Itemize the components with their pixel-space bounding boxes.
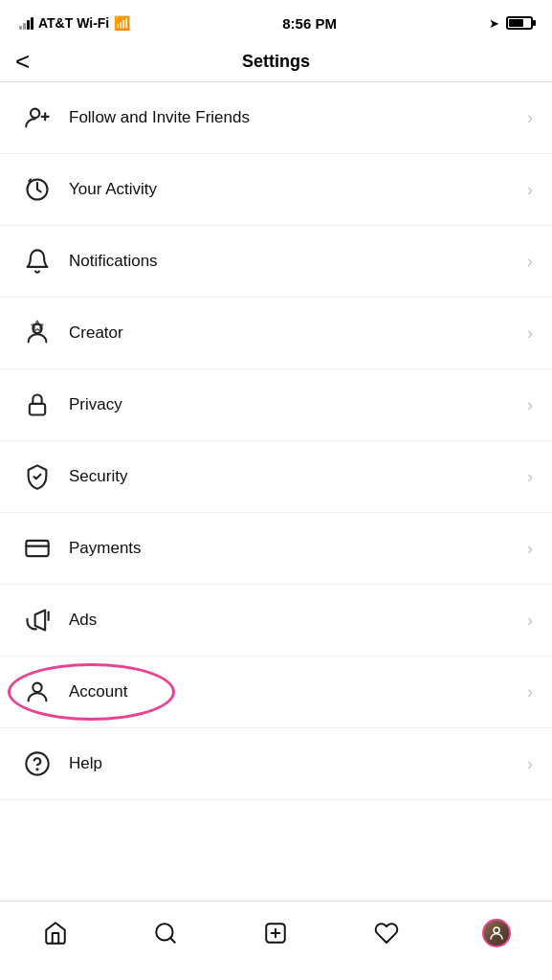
menu-label-follow: Follow and Invite Friends	[69, 108, 527, 127]
menu-label-ads: Ads	[69, 611, 527, 630]
chevron-icon: ›	[527, 539, 533, 559]
avatar-icon	[488, 924, 505, 942]
svg-point-19	[494, 927, 499, 933]
bell-icon	[19, 243, 55, 279]
person-add-icon	[19, 100, 55, 136]
svg-marker-5	[32, 321, 43, 331]
nav-new-post[interactable]	[252, 912, 299, 954]
menu-item-help[interactable]: Help ›	[0, 728, 552, 800]
menu-label-notifications: Notifications	[69, 252, 527, 271]
lock-icon	[19, 387, 55, 423]
menu-item-follow[interactable]: Follow and Invite Friends ›	[0, 82, 552, 154]
chevron-icon: ›	[527, 395, 533, 415]
svg-marker-9	[35, 611, 45, 631]
bottom-nav	[0, 901, 552, 980]
svg-point-13	[36, 768, 37, 769]
svg-point-11	[33, 683, 41, 692]
help-icon	[19, 746, 55, 782]
menu-item-account[interactable]: Account ›	[0, 657, 552, 728]
location-icon: ➤	[489, 16, 499, 31]
search-icon	[153, 921, 178, 946]
chevron-icon: ›	[527, 108, 533, 128]
menu-label-creator: Creator	[69, 323, 527, 343]
menu-item-privacy[interactable]: Privacy ›	[0, 369, 552, 441]
menu-item-notifications[interactable]: Notifications ›	[0, 226, 552, 298]
battery-icon	[506, 16, 533, 30]
signal-icon	[19, 16, 33, 30]
menu-item-activity[interactable]: Your Activity ›	[0, 154, 552, 226]
menu-label-privacy: Privacy	[69, 395, 527, 414]
shield-icon	[19, 458, 55, 495]
menu-label-security: Security	[69, 467, 527, 486]
nav-likes[interactable]	[363, 912, 410, 954]
back-button[interactable]: <	[15, 47, 30, 77]
menu-label-payments: Payments	[69, 539, 527, 558]
menu-item-security[interactable]: Security ›	[0, 441, 552, 513]
status-bar: AT&T Wi-Fi 📶 8:56 PM ➤	[0, 0, 552, 42]
activity-icon	[19, 171, 55, 208]
chevron-icon: ›	[527, 180, 533, 200]
menu-item-ads[interactable]: Ads ›	[0, 585, 552, 657]
wifi-icon: 📶	[114, 15, 130, 31]
time-display: 8:56 PM	[282, 15, 337, 32]
menu-item-creator[interactable]: Creator ›	[0, 298, 552, 369]
chevron-icon: ›	[527, 323, 533, 344]
svg-rect-6	[30, 404, 45, 415]
chevron-icon: ›	[527, 467, 533, 487]
plus-square-icon	[263, 921, 288, 946]
svg-point-0	[31, 109, 39, 118]
creator-icon	[19, 315, 55, 351]
heart-icon	[374, 921, 399, 946]
page-title: Settings	[242, 52, 310, 72]
avatar	[482, 919, 511, 947]
chevron-icon: ›	[527, 611, 533, 631]
menu-label-account: Account	[69, 682, 527, 702]
chevron-icon: ›	[527, 682, 533, 702]
nav-home[interactable]	[32, 912, 79, 954]
svg-rect-7	[26, 541, 48, 556]
nav-header: < Settings	[0, 42, 552, 82]
megaphone-icon	[19, 602, 55, 638]
settings-menu: Follow and Invite Friends › Your Activit…	[0, 82, 552, 901]
status-indicators: ➤	[489, 16, 533, 31]
nav-profile[interactable]	[473, 912, 520, 954]
nav-search[interactable]	[142, 912, 189, 954]
menu-label-help: Help	[69, 754, 527, 773]
chevron-icon: ›	[527, 754, 533, 774]
person-icon	[19, 674, 55, 710]
menu-label-activity: Your Activity	[69, 180, 527, 199]
card-icon	[19, 530, 55, 567]
svg-point-12	[26, 752, 48, 774]
carrier-info: AT&T Wi-Fi 📶	[19, 15, 130, 31]
menu-item-payments[interactable]: Payments ›	[0, 513, 552, 585]
home-icon	[43, 921, 68, 946]
carrier-label: AT&T Wi-Fi	[38, 15, 109, 31]
svg-line-15	[170, 938, 175, 943]
chevron-icon: ›	[527, 252, 533, 272]
